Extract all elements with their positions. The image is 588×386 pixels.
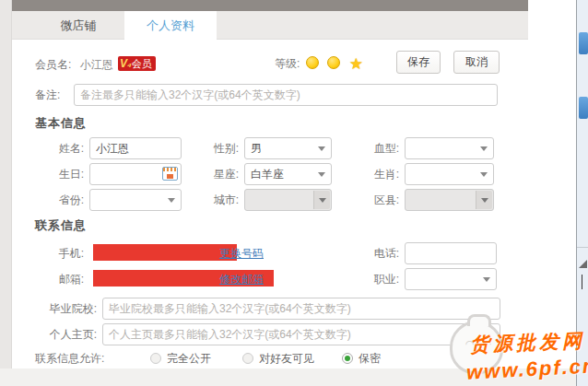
- remark-input[interactable]: [74, 84, 498, 106]
- vip-member-badge: V₄会员: [118, 56, 156, 71]
- level-label: 等级:: [275, 57, 300, 70]
- name-input[interactable]: [89, 137, 182, 159]
- zodiac-field-group: 生肖:: [353, 162, 494, 186]
- chevron-down-icon: [483, 277, 490, 282]
- chevron-down-icon: [480, 146, 488, 151]
- constellation-label: 星座:: [196, 167, 239, 182]
- mobile-redacted-value: [93, 244, 237, 261]
- dialog-content: 会员名: 小江恩 V₄会员 等级: ★ 保存 取消 备注: 基本信息 姓名: 性…: [12, 40, 528, 368]
- province-select[interactable]: [89, 189, 182, 211]
- province-field-group: 省份:: [38, 188, 182, 212]
- occupation-select[interactable]: [405, 268, 497, 290]
- zodiac-label: 生肖:: [353, 167, 399, 182]
- radio-option-friends[interactable]: 对好友可见: [242, 348, 314, 368]
- school-field-group: 毕业院校:: [38, 297, 500, 321]
- privacy-row: 联系信息允许: 完全公开 对好友可见 保密: [35, 348, 505, 368]
- occupation-label: 职业:: [353, 272, 399, 287]
- member-row: 会员名: 小江恩 V₄会员: [35, 55, 156, 74]
- mobile-field-group: 手机:: [38, 241, 89, 265]
- province-label: 省份:: [38, 193, 84, 208]
- chevron-down-icon: [318, 172, 325, 177]
- district-field-group: 区县:: [353, 188, 494, 212]
- page-bottom-edge: [0, 368, 588, 386]
- constellation-value: 白羊座: [251, 168, 284, 181]
- homepage-input[interactable]: [102, 323, 500, 345]
- district-label: 区县:: [353, 193, 399, 208]
- radio-option-private[interactable]: 保密: [342, 348, 381, 368]
- radio-option-label: 对好友可见: [259, 352, 314, 365]
- chevron-down-icon: [168, 198, 175, 203]
- city-select-disabled: [244, 189, 332, 211]
- gender-field-group: 性别: 男: [196, 136, 332, 160]
- phone-input[interactable]: [405, 242, 497, 264]
- gender-select[interactable]: 男: [244, 137, 332, 159]
- radio-option-public[interactable]: 完全公开: [150, 348, 211, 368]
- school-input[interactable]: [102, 298, 500, 320]
- change-number-link[interactable]: 更换号码: [219, 241, 264, 265]
- radio-option-label: 完全公开: [167, 352, 211, 365]
- chevron-down-icon: [318, 146, 325, 151]
- city-label: 城市:: [196, 193, 239, 208]
- chevron-down-icon: [480, 172, 488, 177]
- mobile-label: 手机:: [38, 246, 84, 262]
- triangle-icon: [579, 260, 587, 268]
- privacy-label: 联系信息允许:: [35, 352, 104, 365]
- page-left-edge: [0, 0, 12, 368]
- sidebar-divider: [577, 247, 588, 248]
- name-label: 姓名:: [38, 141, 84, 157]
- phone-label: 电话:: [353, 246, 399, 262]
- gold-star-icon: ★: [349, 55, 363, 73]
- chevron-down-icon: [319, 198, 326, 203]
- school-label: 毕业院校:: [38, 301, 97, 317]
- zodiac-select[interactable]: [405, 163, 494, 185]
- remark-label: 备注:: [35, 83, 60, 107]
- blood-type-label: 血型:: [353, 141, 399, 157]
- gender-value: 男: [251, 142, 262, 155]
- profile-dialog: 微店铺 个人资料 会员名: 小江恩 V₄会员 等级: ★ 保存 取消 备注: 基…: [12, 0, 528, 368]
- tab-micro-shop[interactable]: 微店铺: [32, 11, 124, 40]
- member-name-value: 小江恩: [80, 58, 113, 71]
- phone-field-group: 电话:: [353, 241, 497, 265]
- homepage-field-group: 个人主页:: [38, 322, 500, 346]
- blood-type-select[interactable]: [405, 137, 494, 159]
- email-label: 邮箱:: [38, 272, 84, 287]
- birthday-field-group: 生日:: [38, 162, 182, 186]
- sidebar-quick-button-1[interactable]: [579, 32, 588, 54]
- member-level-row: 等级: ★: [275, 53, 363, 74]
- homepage-label: 个人主页:: [38, 327, 97, 343]
- dialog-top-bar: [12, 0, 528, 11]
- cursor-mark: [582, 275, 582, 289]
- occupation-field-group: 职业:: [353, 267, 497, 291]
- tab-bar: 微店铺 个人资料: [12, 11, 528, 40]
- chevron-down-icon: [481, 198, 488, 203]
- name-field-group: 姓名:: [38, 136, 182, 160]
- sidebar-quick-button-2[interactable]: [579, 97, 588, 119]
- contact-info-heading: 联系信息: [35, 217, 87, 234]
- gold-coin-icon: [306, 56, 319, 69]
- remark-row: 备注:: [35, 83, 505, 107]
- constellation-select[interactable]: 白羊座: [244, 163, 332, 185]
- radio-icon: [342, 353, 353, 364]
- radio-option-label: 保密: [359, 352, 381, 365]
- basic-info-heading: 基本信息: [35, 115, 87, 132]
- blood-type-field-group: 血型:: [353, 136, 494, 160]
- district-select-disabled: [405, 189, 494, 211]
- calendar-icon[interactable]: [162, 167, 178, 181]
- radio-icon: [242, 353, 253, 364]
- constellation-field-group: 星座: 白羊座: [196, 162, 332, 186]
- vip-level-text: V₄: [120, 57, 132, 70]
- radio-icon: [150, 353, 161, 364]
- tab-personal-profile[interactable]: 个人资料: [124, 11, 217, 40]
- vip-badge-label: 会员: [132, 58, 152, 69]
- member-name-label: 会员名:: [35, 58, 71, 71]
- change-email-link[interactable]: 修改邮箱: [219, 267, 264, 291]
- email-field-group: 邮箱:: [38, 267, 89, 291]
- gender-label: 性别:: [196, 141, 239, 157]
- save-button[interactable]: 保存: [396, 51, 441, 74]
- right-floating-sidebar: [576, 0, 588, 386]
- birthday-label: 生日:: [38, 167, 84, 182]
- city-field-group: 城市:: [196, 188, 332, 212]
- cancel-button[interactable]: 取消: [453, 51, 500, 74]
- gold-coin-icon: [327, 56, 340, 69]
